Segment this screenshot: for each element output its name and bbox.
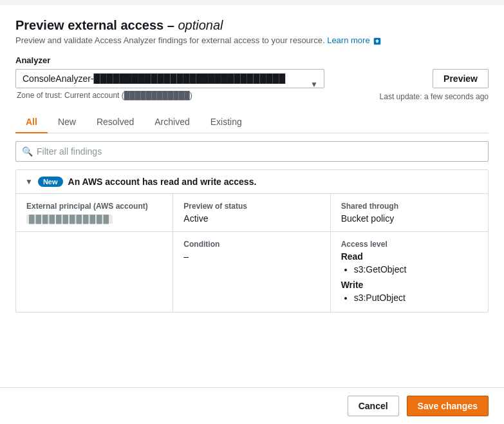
detail-cell-principal: External principal (AWS account) ███████… — [16, 194, 173, 231]
page-container: Preview external access – optional Previ… — [0, 0, 504, 424]
analyzer-right: Preview Last update: a few seconds ago — [380, 69, 489, 101]
condition-value: – — [183, 251, 319, 262]
findings-panel: ▼ New An AWS account has read and write … — [15, 169, 489, 313]
principal-label: External principal (AWS account) — [26, 202, 162, 211]
principal-redacted: ████████████ — [26, 215, 113, 224]
detail-cell-access: Access level Read s3:GetObject Write s3:… — [331, 232, 488, 312]
chevron-down-icon[interactable]: ▼ — [25, 177, 33, 186]
detail-cell-condition: Condition – — [173, 232, 330, 312]
top-bar — [0, 0, 504, 5]
access-read-label: Read — [341, 251, 478, 262]
shared-label: Shared through — [341, 202, 478, 211]
title-prefix: Preview external access – — [15, 18, 178, 32]
access-read-list: s3:GetObject — [341, 264, 478, 275]
filter-input-wrapper: 🔍 — [15, 141, 489, 162]
access-level-value: Read s3:GetObject Write s3:PutObject — [341, 251, 478, 303]
detail-cell-status: Preview of status Active — [173, 194, 330, 231]
finding-details-row1: External principal (AWS account) ███████… — [16, 194, 488, 231]
analyzer-zone: Zone of trust: Current account (████████… — [15, 91, 324, 100]
subtitle: Preview and validate Access Analyzer fin… — [15, 35, 489, 45]
subtitle-text: Preview and validate Access Analyzer fin… — [15, 35, 325, 45]
filter-bar: 🔍 — [15, 141, 489, 162]
analyzer-section: Analyzer ConsoleAnalyzer-███████████████… — [15, 55, 489, 101]
search-icon: 🔍 — [22, 146, 33, 157]
access-write-list: s3:PutObject — [341, 293, 478, 303]
access-write-label: Write — [341, 280, 478, 290]
analyzer-select-wrapper: ConsoleAnalyzer-████████████████████████… — [15, 69, 324, 100]
preview-button[interactable]: Preview — [433, 69, 489, 88]
analyzer-label: Analyzer — [15, 55, 489, 65]
finding-header: ▼ New An AWS account has read and write … — [16, 170, 488, 194]
detail-cell-empty — [16, 232, 173, 312]
finding-badge: New — [38, 177, 63, 187]
tab-all[interactable]: All — [15, 111, 48, 133]
tab-new[interactable]: New — [48, 111, 86, 133]
finding-title: An AWS account has read and write access… — [68, 177, 257, 187]
condition-label: Condition — [183, 240, 319, 249]
learn-more-link[interactable]: Learn more — [327, 35, 369, 45]
cancel-button[interactable]: Cancel — [348, 396, 399, 416]
analyzer-row: ConsoleAnalyzer-████████████████████████… — [15, 69, 489, 101]
tabs-bar: All New Resolved Archived Existing — [15, 111, 489, 133]
external-link-icon — [373, 37, 381, 45]
tab-resolved[interactable]: Resolved — [86, 111, 144, 133]
page-title: Preview external access – optional — [15, 18, 489, 33]
status-label: Preview of status — [183, 202, 319, 211]
principal-value: ████████████ — [26, 213, 162, 224]
access-level-label: Access level — [341, 240, 478, 249]
tab-archived[interactable]: Archived — [144, 111, 200, 133]
tab-existing[interactable]: Existing — [200, 111, 252, 133]
analyzer-select[interactable]: ConsoleAnalyzer-████████████████████████… — [15, 69, 324, 88]
title-optional: optional — [178, 18, 223, 32]
status-value: Active — [183, 213, 319, 224]
save-changes-button[interactable]: Save changes — [407, 396, 489, 416]
filter-input[interactable] — [15, 141, 489, 162]
finding-details-row2: Condition – Access level Read s3:GetObje… — [16, 231, 488, 312]
last-update-text: Last update: a few seconds ago — [380, 92, 489, 101]
detail-cell-shared: Shared through Bucket policy — [331, 194, 488, 231]
shared-value: Bucket policy — [341, 213, 478, 224]
access-read-item: s3:GetObject — [354, 264, 478, 275]
main-content: Preview external access – optional Previ… — [0, 5, 504, 387]
access-write-item: s3:PutObject — [354, 293, 478, 303]
footer: Cancel Save changes — [0, 387, 504, 424]
